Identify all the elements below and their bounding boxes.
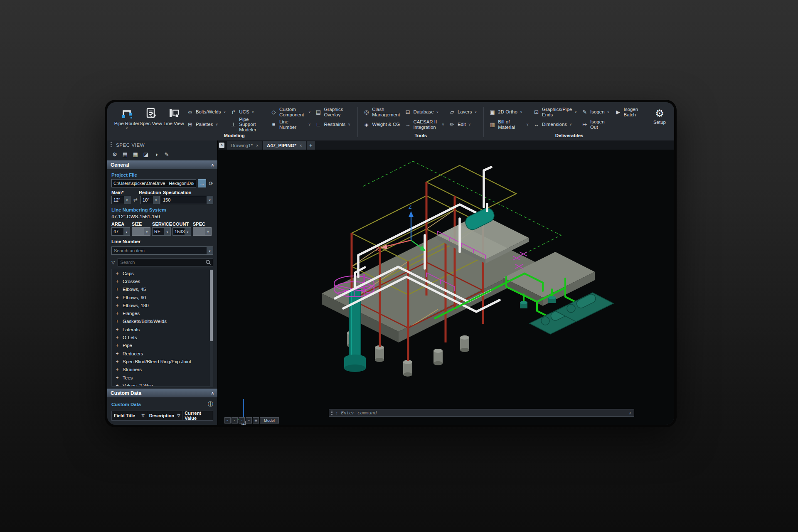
area-dropdown[interactable]: 47∨ [111,227,130,236]
next-layout-icon[interactable]: › [239,417,245,424]
spec-category-elbows-90[interactable]: +Elbows, 90 [112,293,213,301]
ribbon-item-palettes[interactable]: ⊞Palettes∨ [185,119,227,130]
spec-category-reducers[interactable]: +Reducers [112,350,213,357]
expand-icon[interactable]: + [112,271,123,276]
spec-category-strainers[interactable]: +Strainers [112,366,213,374]
pipe-router-button[interactable]: Pipe Router ∨ [115,106,139,130]
expand-icon[interactable]: + [112,367,123,372]
ribbon-item-edit[interactable]: ✏Edit∨ [447,119,478,130]
ribbon-item-database[interactable]: ⊟Database∨ [403,106,446,118]
spec-category-flanges[interactable]: +Flanges [112,309,213,317]
ribbon-item-bill-of-material[interactable]: ▥Bill of Material∨ [488,119,530,130]
ribbon-item-layers[interactable]: ▱Layers∨ [447,106,478,118]
expand-icon[interactable]: + [112,318,123,324]
layout-menu-icon[interactable]: ☰ [253,417,259,424]
expand-icon[interactable]: + [112,375,123,381]
expand-icon[interactable]: + [112,383,123,387]
column-header-field-title[interactable]: Field Title▽ [111,411,147,421]
ribbon-item-bolts-welds[interactable]: ∞Bolts/Welds∨ [185,106,227,118]
ribbon-item-graphics-overlay[interactable]: ▤Graphics Overlay [314,106,352,118]
command-grip[interactable] [331,411,332,415]
panel-settings-icon[interactable]: ⚙ [111,151,118,158]
ribbon-item-isogen[interactable]: ✎Isogen∨ [580,106,611,118]
document-gear-icon[interactable]: ▦ [132,151,139,158]
ribbon-item-line-number[interactable]: ≡Line Number∨ [269,119,312,130]
count-dropdown[interactable]: 1533∨ [172,227,191,236]
document-icon[interactable]: ▤ [122,151,128,158]
panel-close-button[interactable]: × [219,143,224,148]
filter-icon[interactable]: ▽ [111,260,115,265]
document-edit-icon[interactable]: ✎ [163,151,170,158]
swap-sizes-icon[interactable]: ⇄ [132,197,139,203]
spec-category-tees[interactable]: +Tees [112,374,213,382]
ribbon-item-graphics-pipe-ends[interactable]: ⊡Graphics/Pipe Ends∨ [532,106,578,118]
expand-icon[interactable]: + [112,310,123,316]
expand-icon[interactable]: + [112,295,123,300]
info-icon[interactable]: ⓘ [208,401,213,408]
spec-category-spec-blind-bleed-ring-exp-joint[interactable]: +Spec Blind/Bleed Ring/Exp Joint [112,357,213,365]
setup-button[interactable]: ⚙ Setup [651,106,668,140]
chevron-up-icon[interactable]: ∧ [629,411,631,415]
close-icon[interactable]: × [300,143,302,148]
ribbon-item-clash-management[interactable]: ◎Clash Management [362,106,401,118]
refresh-icon[interactable]: ⟳ [209,180,213,187]
service-dropdown[interactable]: RF∨ [152,227,171,236]
expand-icon[interactable]: + [112,278,123,284]
ribbon-item-dimensions[interactable]: ↔Dimensions∨ [532,119,578,130]
line-number-combo[interactable]: Search an item ∨ [111,246,213,255]
expand-icon[interactable]: + [112,342,123,348]
scrollbar-track[interactable] [210,269,213,386]
ribbon-item-pipe-support-modeler[interactable]: ⊥Pipe Support Modeler [229,119,267,130]
section-header-general[interactable]: General ∧ [107,160,217,169]
search-input[interactable] [118,260,205,265]
expand-icon[interactable]: + [112,335,123,340]
browse-button[interactable]: ... [198,179,206,187]
spec-category-crosses[interactable]: +Crosses [112,277,213,285]
close-icon[interactable]: × [256,143,259,148]
spec-view-button[interactable]: Spec View [140,106,162,126]
expand-icon[interactable]: + [112,303,123,308]
ribbon-item-restraints[interactable]: ∟Restraints∨ [314,119,352,130]
spec-category-elbows-180[interactable]: +Elbows, 180 [112,301,213,309]
command-line[interactable]: : Enter command ∧ [329,409,634,417]
contrast-icon[interactable]: ◑ [153,151,160,158]
prev-layout-icon[interactable]: ‹ [232,417,238,424]
reduction-size-dropdown[interactable]: 10"∨ [140,196,160,204]
specification-dropdown[interactable]: 150∨ [161,196,213,204]
ribbon-item-2d-ortho[interactable]: ▣2D Ortho∨ [488,106,530,118]
project-file-input[interactable] [111,179,196,187]
spec-category-gaskets-bolts-welds[interactable]: +Gaskets/Bolts/Welds [112,318,213,325]
spec-category-o-lets[interactable]: +O-Lets [112,333,213,341]
last-layout-icon[interactable]: » [246,417,252,424]
ribbon-item-ucs[interactable]: ↱UCS∨ [229,106,267,118]
section-header-custom-data[interactable]: Custom Data ∧ [107,389,217,397]
spec-category-valves-2-way[interactable]: +Valves, 2-Way [112,382,213,387]
spec-category-laterals[interactable]: +Laterals [112,325,213,333]
column-header-description[interactable]: Description▽ [147,411,183,421]
tab-a47-piping[interactable]: A47_PIPING*× [263,141,306,150]
first-layout-icon[interactable]: « [224,417,231,424]
expand-icon[interactable]: + [112,327,123,332]
ribbon-item-caesar-ii-integration[interactable]: →CAESAR II Integration∨ [403,119,446,130]
spec-category-caps[interactable]: +Caps [112,269,213,277]
tab-drawing1[interactable]: Drawing1*× [227,141,262,150]
scrollbar-thumb[interactable] [210,270,213,341]
drawing-viewport[interactable]: × Drawing1*× A47_PIPING*× + [218,140,674,425]
3d-model-canvas[interactable]: Z X [218,150,674,425]
ribbon-item-custom-component[interactable]: ◇Custom Component∨ [269,106,312,118]
size-dropdown[interactable]: ∨ [132,227,150,236]
ribbon-item-isogen-out[interactable]: ↦Isogen Out [580,119,611,130]
new-tab-button[interactable]: + [307,141,315,150]
ribbon-item-isogen-batch[interactable]: ▶Isogen Batch [613,106,649,118]
line-view-button[interactable]: Line View [163,106,185,126]
panel-grip[interactable] [111,142,112,148]
column-header-current-value[interactable]: Current Value [182,411,213,421]
spec-category-elbows-45[interactable]: +Elbows, 45 [112,286,213,293]
main-size-dropdown[interactable]: 12"∨ [111,196,131,204]
expand-icon[interactable]: + [112,351,123,357]
expand-icon[interactable]: + [112,286,123,292]
spec-dropdown[interactable]: ∨ [193,227,212,236]
price-tag-icon[interactable]: ◪ [143,151,149,158]
expand-icon[interactable]: + [112,359,123,365]
spec-category-pipe[interactable]: +Pipe [112,342,213,350]
